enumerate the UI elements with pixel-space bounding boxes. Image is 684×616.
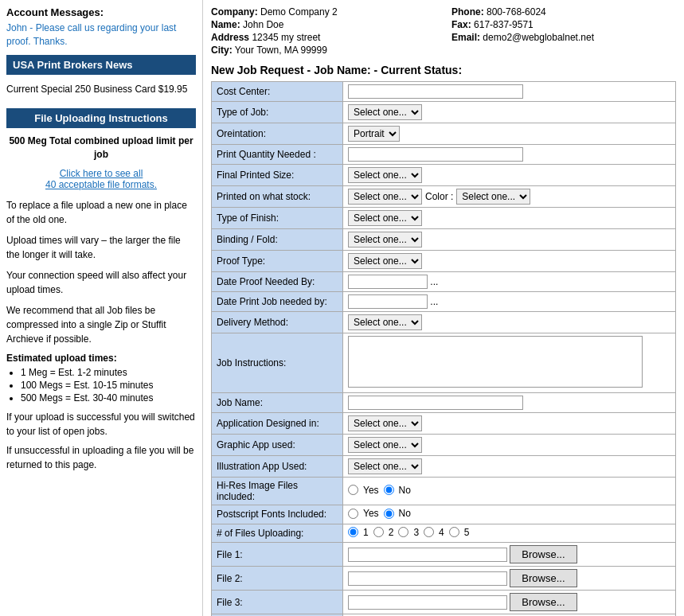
file1-value: Browse... <box>343 543 676 567</box>
hi-res-value: Yes No <box>343 478 676 505</box>
company-info: Company: Demo Company 2 Name: John Doe A… <box>211 6 676 57</box>
num-files-label: # of Files Uploading: <box>212 524 343 543</box>
num-files-2-radio[interactable] <box>373 527 384 537</box>
num-files-value: 1 2 3 4 5 <box>343 524 676 543</box>
finish-select[interactable]: Select one... <box>348 210 422 226</box>
stock-value: Select one... Color : Select one... <box>343 186 676 208</box>
company-name: Company: Demo Company 2 <box>211 6 436 18</box>
num-files-1-label: 1 <box>363 527 369 538</box>
postscript-row: Postscript Fonts Included: Yes No <box>212 505 676 524</box>
type-of-job-row: Type of Job: Select one... <box>212 102 676 123</box>
phone: Phone: 800-768-6024 <box>451 6 676 18</box>
num-files-4-label: 4 <box>439 527 444 538</box>
app-designed-label: Application Designed in: <box>212 413 343 435</box>
contact-name: Name: John Doe <box>211 19 436 30</box>
job-instructions-value <box>343 333 676 393</box>
type-of-job-select[interactable]: Select one... <box>348 104 422 120</box>
date-print-row: Date Print Job needed by: ... <box>212 292 676 312</box>
orientation-value: Portrait <box>343 123 676 145</box>
postscript-no-label: No <box>399 508 411 519</box>
date-proof-input[interactable] <box>348 275 428 289</box>
postscript-no-radio[interactable] <box>384 509 394 519</box>
num-files-row: # of Files Uploading: 1 2 3 4 5 <box>212 524 676 543</box>
upload-instructions-banner: File Uploading Instructions <box>6 108 196 128</box>
date-print-input[interactable] <box>348 294 428 309</box>
fax: Fax: 617-837-9571 <box>451 19 676 30</box>
file3-label: File 3: <box>212 591 343 614</box>
delivery-select[interactable]: Select one... <box>348 314 422 330</box>
print-quantity-row: Print Quantity Needed : <box>212 145 676 165</box>
postscript-label: Postscript Fonts Included: <box>212 505 343 524</box>
stock-label: Printed on what stock: <box>212 186 343 208</box>
est-item-1: 1 Meg = Est. 1-2 minutes <box>21 367 196 378</box>
upload-limit: 500 Meg Total combined upload limit per … <box>6 135 196 162</box>
orientation-select[interactable]: Portrait <box>348 126 400 142</box>
app-designed-select[interactable]: Select one... <box>348 415 422 431</box>
final-size-select[interactable]: Select one... <box>348 167 422 183</box>
proof-type-label: Proof Type: <box>212 251 343 272</box>
binding-label: Binding / Fold: <box>212 229 343 251</box>
hi-res-yes-radio[interactable] <box>348 485 358 495</box>
print-quantity-input[interactable] <box>348 147 523 162</box>
num-files-2-label: 2 <box>389 527 394 538</box>
graphic-app-select[interactable]: Select one... <box>348 437 422 453</box>
type-of-job-label: Type of Job: <box>212 102 343 123</box>
form-table: Cost Center: Type of Job: Select one... … <box>211 81 676 616</box>
file2-browse-button[interactable]: Browse... <box>510 569 577 587</box>
final-size-value: Select one... <box>343 165 676 186</box>
est-list: 1 Meg = Est. 1-2 minutes 100 Megs = Est.… <box>6 367 196 404</box>
est-title: Estimated upload times: <box>6 353 196 364</box>
proof-type-select[interactable]: Select one... <box>348 253 422 269</box>
finish-value: Select one... <box>343 208 676 229</box>
graphic-app-label: Graphic App used: <box>212 435 343 456</box>
cost-center-input[interactable] <box>348 84 523 99</box>
final-size-label: Final Printed Size: <box>212 165 343 186</box>
file3-input[interactable] <box>348 595 507 610</box>
file2-label: File 2: <box>212 567 343 591</box>
file1-input[interactable] <box>348 548 507 562</box>
color-select[interactable]: Select one... <box>456 189 530 205</box>
num-files-4-radio[interactable] <box>424 527 434 537</box>
postscript-yes-label: Yes <box>363 508 379 519</box>
upload-info-4: We recommend that all Job files be compr… <box>6 303 196 346</box>
job-name-input[interactable] <box>348 396 523 410</box>
email: Email: demo2@webglobalnet.net <box>451 32 676 43</box>
file1-label: File 1: <box>212 543 343 567</box>
date-proof-ellipsis: ... <box>430 276 438 287</box>
job-instructions-row: Job Instructions: <box>212 333 676 393</box>
job-instructions-textarea[interactable] <box>348 336 643 388</box>
num-files-1-radio[interactable] <box>348 527 358 537</box>
delivery-row: Delivery Method: Select one... <box>212 312 676 333</box>
illustration-app-label: Illustration App Used: <box>212 456 343 478</box>
file-formats-link[interactable]: Click here to see all 40 acceptable file… <box>6 168 196 190</box>
postscript-yes-radio[interactable] <box>348 509 358 519</box>
hi-res-no-radio[interactable] <box>384 485 394 495</box>
binding-select[interactable]: Select one... <box>348 232 422 248</box>
date-proof-label: Date Proof Needed By: <box>212 272 343 292</box>
graphic-app-value: Select one... <box>343 435 676 456</box>
num-files-5-radio[interactable] <box>449 527 459 537</box>
print-quantity-label: Print Quantity Needed : <box>212 145 343 165</box>
hi-res-yes-label: Yes <box>363 485 379 496</box>
illustration-app-select[interactable]: Select one... <box>348 458 422 474</box>
binding-value: Select one... <box>343 229 676 251</box>
graphic-app-row: Graphic App used: Select one... <box>212 435 676 456</box>
date-print-value: ... <box>343 292 676 312</box>
num-files-3-label: 3 <box>413 527 419 538</box>
cost-center-label: Cost Center: <box>212 82 343 102</box>
job-name-label: Job Name: <box>212 393 343 413</box>
file1-browse-button[interactable]: Browse... <box>510 545 577 563</box>
color-label: Color : <box>425 191 453 202</box>
num-files-3-radio[interactable] <box>398 527 408 537</box>
est-item-3: 500 Megs = Est. 30-40 minutes <box>21 392 196 404</box>
stock-select[interactable]: Select one... <box>348 189 422 205</box>
file3-row: File 3: Browse... <box>212 591 676 614</box>
file2-input[interactable] <box>348 571 507 586</box>
file3-browse-button[interactable]: Browse... <box>510 593 577 611</box>
finish-row: Type of Finish: Select one... <box>212 208 676 229</box>
company-right-col: Phone: 800-768-6024 Fax: 617-837-9571 Em… <box>451 6 676 57</box>
job-instructions-label: Job Instructions: <box>212 333 343 393</box>
orientation-row: Oreintation: Portrait <box>212 123 676 145</box>
delivery-label: Delivery Method: <box>212 312 343 333</box>
date-proof-row: Date Proof Needed By: ... <box>212 272 676 292</box>
